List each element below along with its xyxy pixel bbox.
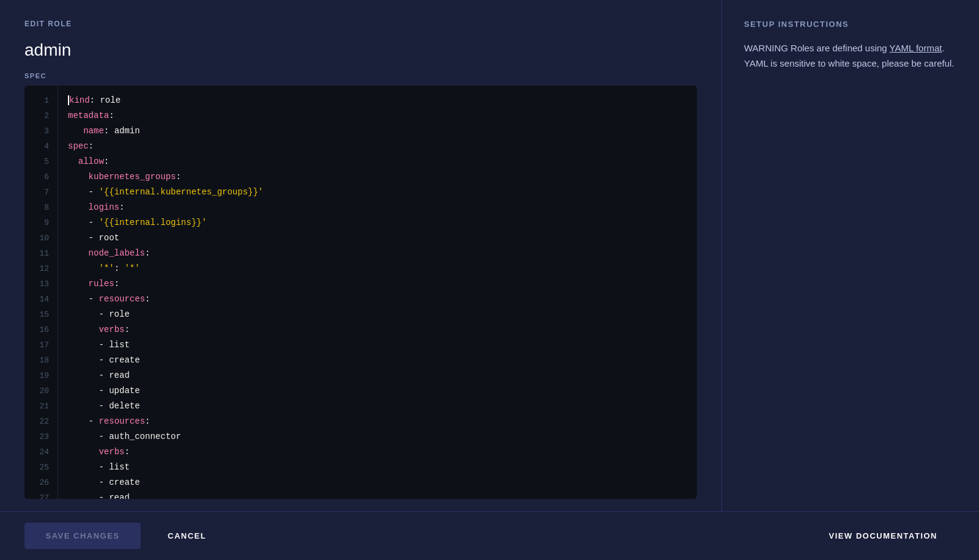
view-documentation-button[interactable]: VIEW DOCUMENTATION — [812, 523, 955, 549]
cancel-button[interactable]: CANCEL — [151, 523, 223, 549]
yaml-format-link[interactable]: YAML format — [890, 43, 942, 53]
spec-label: SPEC — [24, 72, 697, 79]
line-numbers: 1234567891011121314151617181920212223242… — [24, 86, 58, 499]
role-name: admin — [24, 40, 697, 60]
setup-text-1: WARNING Roles are defined using — [744, 43, 890, 53]
save-changes-button[interactable]: SAVE CHANGES — [24, 523, 141, 549]
edit-role-label: EDIT ROLE — [24, 20, 697, 28]
editor-panel: EDIT ROLE admin SPEC 1234567891011121314… — [0, 0, 722, 511]
code-editor[interactable]: 1234567891011121314151617181920212223242… — [24, 86, 697, 499]
setup-instructions-panel: SETUP INSTRUCTIONS WARNING Roles are def… — [722, 0, 979, 511]
code-content[interactable]: kind: rolemetadata: name: adminspec: all… — [58, 86, 697, 499]
setup-instructions-title: SETUP INSTRUCTIONS — [744, 20, 957, 29]
footer: SAVE CHANGES CANCEL VIEW DOCUMENTATION — [0, 511, 979, 560]
footer-left: SAVE CHANGES CANCEL — [24, 523, 223, 549]
setup-instructions-text: WARNING Roles are defined using YAML for… — [744, 41, 957, 72]
